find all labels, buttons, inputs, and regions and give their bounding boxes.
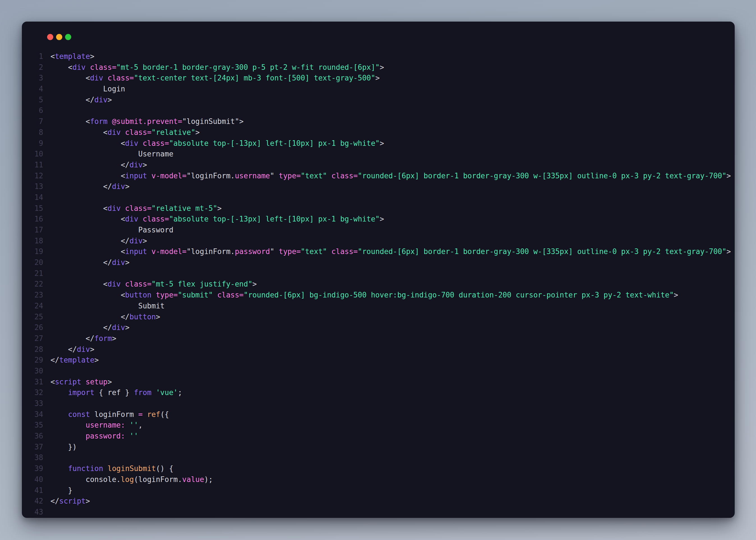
line-number: 26 xyxy=(22,322,43,333)
line-number: 12 xyxy=(22,171,43,182)
window-minimize-button[interactable] xyxy=(56,34,62,40)
code-text: <div class="text-center text-[24px] mb-3… xyxy=(43,72,380,83)
line-number: 22 xyxy=(22,279,43,290)
code-line: 21 xyxy=(22,268,735,279)
code-text: </button> xyxy=(43,312,160,323)
code-text: <div class="mt-5 border-1 border-gray-30… xyxy=(43,62,384,73)
code-line: 33 xyxy=(22,398,735,409)
code-text: </script> xyxy=(43,496,90,507)
code-text: Password xyxy=(43,224,173,235)
code-text xyxy=(43,268,51,279)
code-text: <div class="relative mt-5"> xyxy=(43,203,222,214)
line-number: 9 xyxy=(22,138,43,149)
line-number: 20 xyxy=(22,257,43,268)
line-number: 27 xyxy=(22,333,43,344)
line-number: 1 xyxy=(22,51,43,62)
code-line: 6 xyxy=(22,105,735,116)
window-titlebar xyxy=(22,22,735,51)
line-number: 15 xyxy=(22,203,43,214)
code-text: Username xyxy=(43,149,173,160)
line-number: 24 xyxy=(22,301,43,312)
code-text: </div> xyxy=(43,181,130,192)
code-line: 32 import { ref } from 'vue'; xyxy=(22,387,735,398)
line-number: 39 xyxy=(22,463,43,474)
code-text: Login xyxy=(43,83,125,94)
code-line: 42</script> xyxy=(22,496,735,507)
code-text: <template> xyxy=(43,51,94,62)
line-number: 31 xyxy=(22,376,43,387)
code-text: </form> xyxy=(43,333,116,344)
code-text: } xyxy=(43,485,73,496)
line-number: 38 xyxy=(22,452,43,463)
line-number: 40 xyxy=(22,474,43,485)
code-line: 28 </div> xyxy=(22,344,735,355)
line-number: 25 xyxy=(22,312,43,323)
line-number: 4 xyxy=(22,83,43,94)
window-close-button[interactable] xyxy=(47,34,53,40)
code-text: </div> xyxy=(43,235,147,246)
line-number: 34 xyxy=(22,409,43,420)
line-number: 13 xyxy=(22,181,43,192)
code-text: <script setup> xyxy=(43,376,112,387)
code-line: 3 <div class="text-center text-[24px] mb… xyxy=(22,72,735,83)
code-line: 43 xyxy=(22,507,735,518)
code-text: password: '' xyxy=(43,431,138,442)
code-line: 29</template> xyxy=(22,355,735,366)
code-editor-window: 1<template>2 <div class="mt-5 border-1 b… xyxy=(22,22,735,518)
code-text xyxy=(43,105,51,116)
line-number: 23 xyxy=(22,290,43,301)
code-line: 9 <div class="absolute top-[-13px] left-… xyxy=(22,138,735,149)
code-line: 34 const loginForm = ref({ xyxy=(22,409,735,420)
line-number: 32 xyxy=(22,387,43,398)
code-line: 17 Password xyxy=(22,224,735,235)
code-text: </div> xyxy=(43,160,147,171)
code-line: 36 password: '' xyxy=(22,431,735,442)
code-line: 7 <form @submit.prevent="loginSubmit"> xyxy=(22,116,735,127)
code-text: }) xyxy=(43,442,77,453)
line-number: 8 xyxy=(22,127,43,138)
code-line: 26 </div> xyxy=(22,322,735,333)
code-text: console.log(loginForm.value); xyxy=(43,474,213,485)
code-line: 10 Username xyxy=(22,149,735,160)
code-text: function loginSubmit() { xyxy=(43,463,173,474)
code-line: 23 <button type="submit" class="rounded-… xyxy=(22,290,735,301)
window-maximize-button[interactable] xyxy=(65,34,71,40)
code-line: 4 Login xyxy=(22,83,735,94)
code-text xyxy=(43,366,51,376)
code-text: <div class="absolute top-[-13px] left-[1… xyxy=(43,138,384,149)
code-line: 19 <input v-model="loginForm.password" t… xyxy=(22,246,735,257)
code-line: 15 <div class="relative mt-5"> xyxy=(22,203,735,214)
code-area[interactable]: 1<template>2 <div class="mt-5 border-1 b… xyxy=(22,51,735,518)
code-line: 27 </form> xyxy=(22,333,735,344)
line-number: 30 xyxy=(22,366,43,376)
code-line: 25 </button> xyxy=(22,312,735,323)
line-number: 36 xyxy=(22,431,43,442)
code-line: 13 </div> xyxy=(22,181,735,192)
code-line: 5 </div> xyxy=(22,94,735,105)
code-line: 37 }) xyxy=(22,442,735,453)
line-number: 17 xyxy=(22,224,43,235)
code-text: </div> xyxy=(43,257,130,268)
line-number: 19 xyxy=(22,246,43,257)
line-number: 10 xyxy=(22,149,43,160)
code-text xyxy=(43,192,51,203)
code-text: <form @submit.prevent="loginSubmit"> xyxy=(43,116,244,127)
code-text: <div class="absolute top-[-13px] left-[1… xyxy=(43,214,384,224)
code-line: 31<script setup> xyxy=(22,376,735,387)
line-number: 28 xyxy=(22,344,43,355)
line-number: 35 xyxy=(22,420,43,431)
line-number: 43 xyxy=(22,507,43,518)
line-number: 41 xyxy=(22,485,43,496)
code-text xyxy=(43,398,51,409)
code-line: 40 console.log(loginForm.value); xyxy=(22,474,735,485)
code-line: 12 <input v-model="loginForm.username" t… xyxy=(22,171,735,182)
line-number: 14 xyxy=(22,192,43,203)
code-text: <input v-model="loginForm.password" type… xyxy=(43,246,731,257)
code-text: <div class="relative"> xyxy=(43,127,200,138)
code-line: 16 <div class="absolute top-[-13px] left… xyxy=(22,214,735,224)
code-text: </div> xyxy=(43,344,94,355)
line-number: 33 xyxy=(22,398,43,409)
code-line: 2 <div class="mt-5 border-1 border-gray-… xyxy=(22,62,735,73)
code-text: Submit xyxy=(43,301,165,312)
code-text: <input v-model="loginForm.username" type… xyxy=(43,171,731,182)
